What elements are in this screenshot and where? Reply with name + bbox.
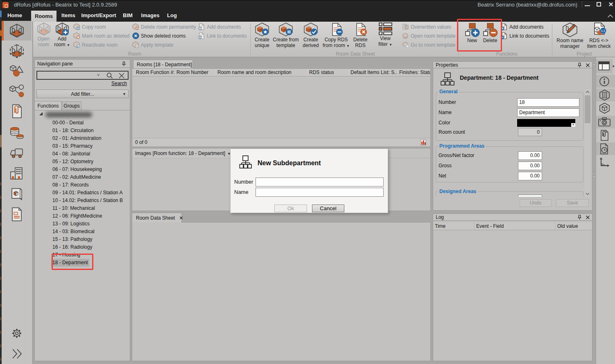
svg-text:1:1: 1:1 — [601, 29, 605, 33]
